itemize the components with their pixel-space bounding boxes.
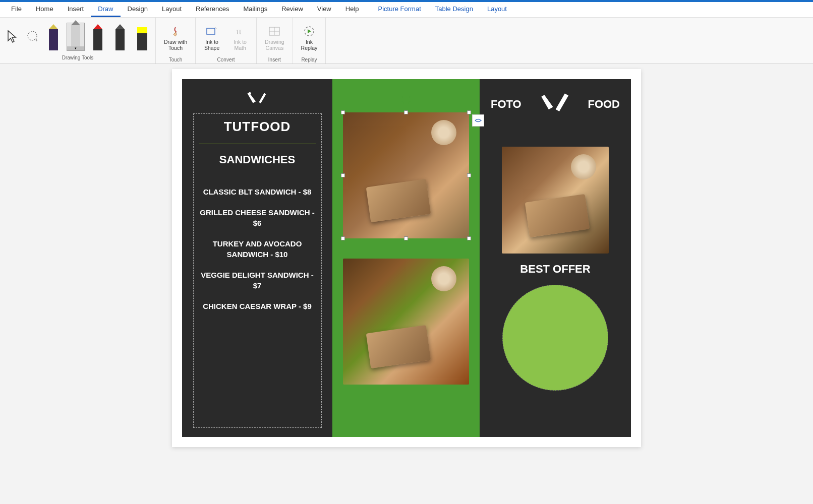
offer-circle[interactable] bbox=[502, 285, 608, 391]
handle-bl[interactable] bbox=[341, 236, 345, 240]
handle-b[interactable] bbox=[404, 236, 408, 240]
group-touch: Touch bbox=[169, 56, 183, 64]
replay-icon bbox=[301, 24, 317, 38]
panel-middle bbox=[332, 79, 480, 437]
tab-design[interactable]: Design bbox=[121, 2, 155, 17]
food-label: FOOD bbox=[588, 98, 620, 111]
pen-red[interactable] bbox=[89, 23, 107, 51]
tab-draw[interactable]: Draw bbox=[91, 2, 120, 17]
canvas-icon bbox=[266, 24, 282, 38]
utensils-icon bbox=[541, 88, 569, 116]
handle-br[interactable] bbox=[467, 236, 471, 240]
ink-to-shape-button[interactable]: Ink to Shape bbox=[200, 20, 224, 56]
menu-item: GRILLED CHEESE SANDWICH - $6 bbox=[199, 207, 316, 228]
ink-math-icon: π bbox=[232, 24, 248, 38]
tab-table-design[interactable]: Table Design bbox=[428, 2, 480, 17]
ribbon-tabs: File Home Insert Draw Design Layout Refe… bbox=[0, 2, 813, 18]
draw-with-touch-button[interactable]: Draw with Touch bbox=[160, 20, 191, 56]
pen-gray[interactable]: ▾ bbox=[67, 23, 85, 51]
tab-review[interactable]: Review bbox=[274, 2, 310, 17]
tab-references[interactable]: References bbox=[189, 2, 236, 17]
svg-text:+: + bbox=[35, 38, 38, 43]
tab-home[interactable]: Home bbox=[29, 2, 61, 17]
svg-text:π: π bbox=[236, 27, 242, 36]
menu-item: CLASSIC BLT SANDWICH - $8 bbox=[199, 186, 316, 197]
foto-label: FOTO bbox=[491, 98, 521, 111]
food-image-2[interactable] bbox=[343, 259, 469, 385]
panel-left: TUTFOOD SANDWICHES CLASSIC BLT SANDWICH … bbox=[182, 79, 332, 437]
tab-help[interactable]: Help bbox=[338, 2, 366, 17]
select-tool[interactable] bbox=[4, 25, 20, 49]
pen-yellow[interactable] bbox=[44, 23, 63, 51]
document-area: TUTFOOD SANDWICHES CLASSIC BLT SANDWICH … bbox=[0, 64, 813, 447]
ink-to-math-button[interactable]: π Ink to Math bbox=[228, 20, 252, 56]
tab-mailings[interactable]: Mailings bbox=[237, 2, 275, 17]
ink-shape-icon bbox=[204, 24, 220, 38]
drawing-canvas-button[interactable]: Drawing Canvas bbox=[261, 20, 288, 56]
handle-tr[interactable] bbox=[467, 110, 471, 114]
tab-layout-2[interactable]: Layout bbox=[480, 2, 514, 17]
food-image-1[interactable] bbox=[343, 112, 469, 238]
menu-title: TUTFOOD bbox=[199, 119, 316, 135]
menu-box[interactable]: TUTFOOD SANDWICHES CLASSIC BLT SANDWICH … bbox=[193, 113, 322, 428]
menu-item: CHICKEN CAESAR WRAP - $9 bbox=[199, 301, 316, 311]
panel-right: FOTO FOOD BEST OFFER bbox=[480, 79, 631, 437]
tab-picture-format[interactable]: Picture Format bbox=[371, 2, 428, 17]
utensils-icon bbox=[247, 88, 268, 109]
tab-view[interactable]: View bbox=[310, 2, 338, 17]
rotate-handle[interactable] bbox=[401, 94, 411, 104]
svg-rect-2 bbox=[207, 28, 215, 34]
ink-replay-button[interactable]: Ink Replay bbox=[297, 20, 322, 56]
handle-l[interactable] bbox=[341, 173, 345, 177]
menu-item: TURKEY AND AVOCADO SANDWICH - $10 bbox=[199, 238, 316, 260]
handle-r[interactable] bbox=[467, 173, 471, 177]
lasso-tool[interactable]: + bbox=[24, 25, 40, 49]
layout-options-button[interactable] bbox=[472, 114, 484, 127]
tab-file[interactable]: File bbox=[4, 2, 29, 17]
group-insert: Insert bbox=[268, 56, 281, 64]
food-image-3[interactable] bbox=[502, 147, 609, 254]
group-convert: Convert bbox=[217, 56, 235, 64]
tab-layout[interactable]: Layout bbox=[155, 2, 189, 17]
pen-dark[interactable] bbox=[111, 23, 129, 51]
group-replay: Replay bbox=[301, 56, 317, 64]
handle-t[interactable] bbox=[404, 110, 408, 114]
handle-tl[interactable] bbox=[341, 110, 345, 114]
highlighter-yellow[interactable] bbox=[133, 23, 151, 51]
menu-item: VEGGIE DELIGHT SANDWICH - $7 bbox=[199, 270, 316, 291]
best-offer-label: BEST OFFER bbox=[520, 263, 590, 276]
ribbon-content: + ▾ Drawing Tools Draw bbox=[0, 18, 813, 64]
touch-icon bbox=[167, 24, 184, 38]
page[interactable]: TUTFOOD SANDWICHES CLASSIC BLT SANDWICH … bbox=[172, 69, 641, 447]
group-drawing-tools: Drawing Tools bbox=[62, 54, 94, 61]
layout-options-icon bbox=[475, 117, 482, 124]
menu-section: SANDWICHES bbox=[199, 153, 316, 166]
selected-image-wrap[interactable] bbox=[343, 112, 469, 238]
tab-insert[interactable]: Insert bbox=[61, 2, 91, 17]
